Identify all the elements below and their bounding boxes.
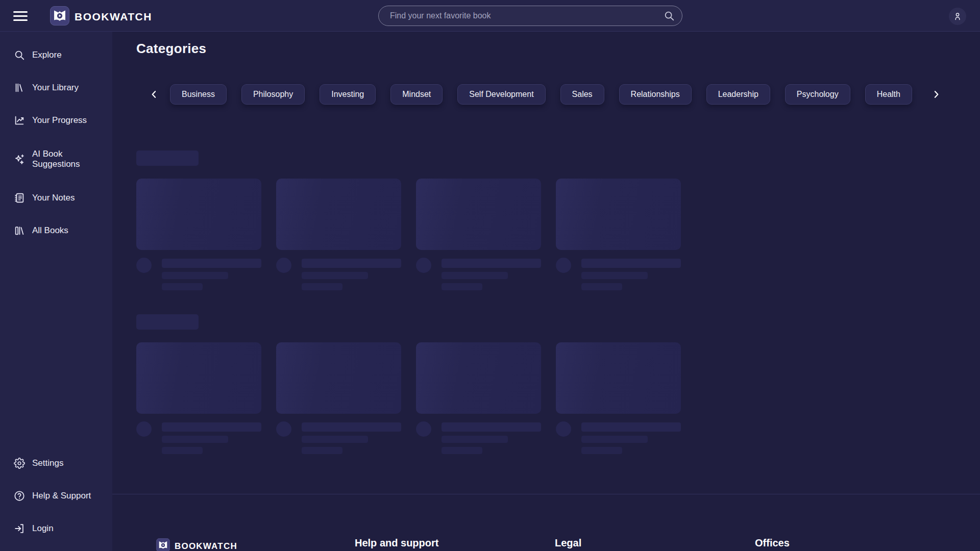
book-cover-skeleton <box>136 179 261 250</box>
text-line-skeleton <box>581 283 622 290</box>
category-chip-self-development[interactable]: Self Development <box>457 84 545 105</box>
sidebar-item-all-books[interactable]: All Books <box>0 218 112 243</box>
sidebar-item-label: Your Progress <box>32 115 87 126</box>
book-card-skeleton <box>276 179 401 290</box>
text-line-skeleton <box>162 422 261 432</box>
footer-brand-name: BOOKWATCH <box>175 541 237 551</box>
notes-icon <box>14 192 25 204</box>
category-chip-business[interactable]: Business <box>170 84 227 105</box>
loading-book-section <box>136 314 820 454</box>
book-card-skeleton <box>556 179 681 290</box>
login-icon <box>14 523 25 534</box>
section-title-skeleton <box>136 151 199 166</box>
brand-logo[interactable]: BOOKWATCH <box>50 6 152 28</box>
sidebar-item-explore[interactable]: Explore <box>0 43 112 67</box>
text-line-skeleton <box>581 272 648 279</box>
text-line-skeleton <box>581 447 622 454</box>
book-cover-skeleton <box>556 179 681 250</box>
category-chip-mindset[interactable]: Mindset <box>390 84 443 105</box>
category-chip-sales[interactable]: Sales <box>560 84 604 105</box>
text-line-skeleton <box>162 259 261 268</box>
text-line-skeleton <box>442 436 508 443</box>
category-chip-list: Business Philosophy Investing Mindset Se… <box>170 84 912 105</box>
avatar-skeleton <box>416 258 431 273</box>
category-chip-health[interactable]: Health <box>865 84 912 105</box>
search-input[interactable] <box>390 11 664 20</box>
avatar-skeleton <box>276 258 291 273</box>
section-title-skeleton <box>136 314 199 330</box>
brand-name: BOOKWATCH <box>75 11 152 23</box>
sidebar-item-login[interactable]: Login <box>0 516 112 541</box>
text-line-skeleton <box>162 272 228 279</box>
search-icon <box>14 49 25 61</box>
avatar-skeleton <box>556 421 571 437</box>
category-chip-relationships[interactable]: Relationships <box>619 84 692 105</box>
search-icon <box>664 10 675 21</box>
book-card-skeleton <box>416 179 541 290</box>
sidebar-item-settings[interactable]: Settings <box>0 451 112 475</box>
sidebar-item-your-progress[interactable]: Your Progress <box>0 108 112 133</box>
search-bar <box>378 6 682 26</box>
sidebar-item-your-notes[interactable]: Your Notes <box>0 186 112 210</box>
categories-carousel: Business Philosophy Investing Mindset Se… <box>112 84 980 105</box>
text-line-skeleton <box>302 422 401 432</box>
gear-icon <box>14 458 25 469</box>
menu-icon[interactable] <box>13 9 28 23</box>
sidebar-item-label: Settings <box>32 458 63 468</box>
text-line-skeleton <box>162 447 203 454</box>
book-cover-skeleton <box>416 342 541 414</box>
avatar-skeleton <box>136 421 152 437</box>
loading-book-section <box>136 151 820 290</box>
sidebar-item-help-support[interactable]: Help & Support <box>0 484 112 508</box>
avatar-skeleton <box>416 421 431 437</box>
bookwatch-logo-icon <box>156 538 170 551</box>
chevron-right-icon[interactable] <box>928 86 944 103</box>
help-icon <box>14 490 25 502</box>
text-line-skeleton <box>302 283 342 290</box>
text-line-skeleton <box>442 259 541 268</box>
book-card-skeleton <box>556 342 681 454</box>
sidebar-item-label: Your Library <box>32 83 79 93</box>
text-line-skeleton <box>162 436 228 443</box>
footer-column-offices: Offices <box>755 537 790 549</box>
footer-column-legal: Legal <box>555 537 581 549</box>
sidebar-item-ai-book-suggestions[interactable]: AI Book Suggestions <box>0 143 112 176</box>
book-cover-skeleton <box>136 342 261 414</box>
sidebar-item-label: Explore <box>32 50 62 60</box>
avatar-skeleton <box>556 258 571 273</box>
avatar-skeleton <box>276 421 291 437</box>
page-title: Categories <box>136 41 206 57</box>
sidebar-item-label: AI Book Suggestions <box>32 149 103 170</box>
text-line-skeleton <box>442 447 482 454</box>
user-account-button[interactable] <box>949 8 966 25</box>
text-line-skeleton <box>302 259 401 268</box>
category-chip-leadership[interactable]: Leadership <box>706 84 770 105</box>
text-line-skeleton <box>442 422 541 432</box>
book-cover-skeleton <box>276 342 401 414</box>
text-line-skeleton <box>442 272 508 279</box>
bookwatch-logo-icon <box>50 6 69 28</box>
sidebar-item-label: Your Notes <box>32 193 75 203</box>
footer: BOOKWATCH Help and support Legal Offices <box>112 494 980 551</box>
book-card-skeleton <box>416 342 541 454</box>
book-cover-skeleton <box>556 342 681 414</box>
book-card-skeleton <box>136 342 261 454</box>
top-bar: BOOKWATCH <box>0 0 980 32</box>
sidebar-item-your-library[interactable]: Your Library <box>0 76 112 100</box>
text-line-skeleton <box>302 447 342 454</box>
book-grid-skeleton <box>136 342 820 454</box>
line-chart-icon <box>14 115 25 126</box>
category-chip-psychology[interactable]: Psychology <box>785 84 850 105</box>
category-chip-philosophy[interactable]: Philosophy <box>241 84 305 105</box>
footer-brand-logo: BOOKWATCH <box>156 538 237 551</box>
sidebar: Explore Your Library Your Progress AI Bo… <box>0 32 112 551</box>
avatar-skeleton <box>136 258 152 273</box>
book-cover-skeleton <box>416 179 541 250</box>
footer-column-help-and-support: Help and support <box>355 537 438 549</box>
text-line-skeleton <box>581 259 681 268</box>
books-icon <box>14 225 25 236</box>
text-line-skeleton <box>162 283 203 290</box>
sidebar-item-label: Help & Support <box>32 491 91 501</box>
category-chip-investing[interactable]: Investing <box>320 84 376 105</box>
chevron-left-icon[interactable] <box>146 86 162 103</box>
